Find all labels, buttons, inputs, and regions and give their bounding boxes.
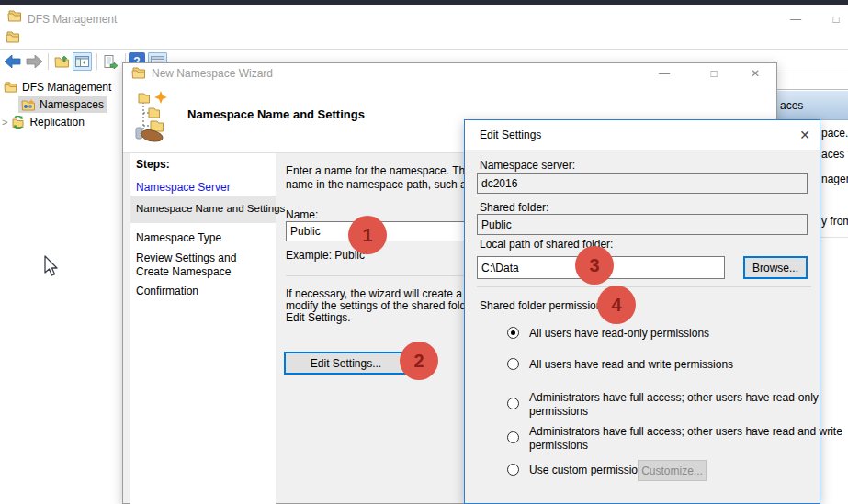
wizard-close-button[interactable]: ✕ (745, 65, 765, 82)
action-link-partial[interactable]: y from (821, 215, 848, 228)
dfs-management-screen: DFS Management — □ File Action View Wind… (0, 0, 848, 504)
namespace-wizard-icon (135, 91, 172, 142)
dfs-folders-icon (4, 81, 18, 94)
annotation-step-1: 1 (348, 216, 387, 254)
radio-read-write-label[interactable]: All users have read and write permission… (529, 358, 848, 372)
radio-read-only[interactable] (507, 327, 519, 339)
tree-item-replication[interactable]: > Replication (2, 114, 85, 130)
namespaces-icon (21, 98, 36, 111)
mouse-cursor (44, 255, 59, 277)
action-link-partial[interactable]: aces t (821, 148, 848, 161)
tree-item-label: Replication (29, 116, 84, 129)
step-confirmation: Confirmation (136, 285, 198, 297)
permissions-label: Shared folder permissions: (480, 299, 611, 312)
example-text: Example: Public (286, 249, 365, 262)
radio-admin-full-others-read-label[interactable]: Administrators have full access; other u… (529, 391, 848, 419)
action-link-partial[interactable]: pace... (821, 127, 848, 140)
radio-custom-permissions[interactable] (507, 464, 519, 476)
browse-button[interactable]: Browse... (743, 256, 808, 279)
toolbar-separator (96, 53, 97, 70)
shared-folder-input (477, 214, 808, 235)
radio-selected-dot (511, 330, 515, 335)
edit-settings-dialog: Edit Settings ✕ Namespace server: Shared… (464, 119, 820, 504)
edit-settings-close-button[interactable]: ✕ (796, 127, 814, 143)
expand-chevron-icon[interactable]: > (2, 117, 7, 128)
tree-item-label: DFS Management (22, 81, 111, 94)
radio-admin-full-others-write-label[interactable]: Administrators have full access; other u… (529, 425, 848, 453)
back-button[interactable] (4, 52, 22, 71)
step-namespace-type: Namespace Type (136, 231, 221, 244)
export-list-button[interactable] (101, 52, 119, 71)
step-namespace-server[interactable]: Namespace Server (136, 181, 231, 194)
dfs-app-icon (7, 9, 23, 23)
menu-bar: File Action View Window Help (0, 28, 848, 49)
action-link-partial[interactable]: nagen (821, 173, 848, 185)
wizard-minimize-button[interactable]: — (654, 65, 674, 82)
annotation-step-2: 2 (400, 342, 438, 380)
annotation-step-3: 3 (575, 246, 614, 285)
console-folder-icon (6, 30, 21, 44)
wizard-title: New Namespace Wizard (152, 67, 273, 80)
divider (777, 89, 848, 90)
replication-icon (11, 116, 26, 129)
window-title: DFS Management (28, 13, 117, 26)
radio-read-only-label[interactable]: All users have read-only permissions (529, 327, 848, 341)
customize-button: Customize... (638, 460, 707, 481)
divider (477, 286, 811, 287)
up-level-button[interactable] (52, 52, 71, 71)
wizard-note-line3: Edit Settings. (286, 312, 351, 324)
edit-settings-titlebar: Edit Settings ✕ (465, 120, 820, 150)
tree-item-label: Namespaces (40, 98, 104, 111)
show-console-tree-button[interactable] (73, 52, 92, 71)
wizard-intro-line1: Enter a name for the namespace. This na (286, 164, 489, 178)
maximize-button[interactable]: □ (826, 11, 846, 28)
console-tree-pane: DFS Management Namespaces > Replication (0, 73, 119, 504)
wizard-maximize-button[interactable]: □ (704, 65, 724, 82)
console-tree-icon (75, 56, 89, 67)
steps-label: Steps: (136, 158, 170, 171)
edit-settings-button[interactable]: Edit Settings... (284, 352, 408, 375)
divider (820, 237, 848, 238)
tree-item-namespaces[interactable]: Namespaces (18, 96, 107, 113)
wizard-intro-line2: name in the namespace path, such as \\ (286, 178, 481, 192)
back-arrow-icon (5, 55, 21, 68)
forward-arrow-icon (26, 55, 42, 68)
forward-button[interactable] (25, 52, 43, 71)
step-namespace-name-settings: Namespace Name and Settings (136, 203, 285, 214)
wizard-app-icon (131, 66, 147, 80)
radio-read-write[interactable] (507, 358, 519, 370)
name-label: Name: (286, 208, 318, 221)
result-pane-header: aces (777, 91, 848, 120)
annotation-step-4: 4 (597, 286, 636, 324)
main-titlebar: DFS Management — □ (0, 5, 848, 28)
wizard-titlebar: New Namespace Wizard — □ ✕ (123, 63, 776, 84)
radio-admin-full-others-read[interactable] (507, 398, 519, 409)
edit-settings-title: Edit Settings (480, 129, 541, 141)
shared-folder-label: Shared folder: (480, 201, 548, 214)
namespace-server-input (477, 173, 808, 194)
namespace-server-label: Namespace server: (480, 159, 575, 172)
export-list-icon (104, 55, 118, 69)
folder-up-icon (54, 55, 70, 69)
minimize-button[interactable]: — (786, 11, 806, 28)
toolbar-separator (48, 53, 49, 70)
tree-item-dfs-management[interactable]: DFS Management (4, 79, 111, 95)
step-review-settings: Review Settings and Create Namespace (136, 252, 266, 279)
result-pane-header-label: aces (780, 99, 803, 112)
wizard-heading: Namespace Name and Settings (187, 107, 365, 121)
radio-admin-full-others-write[interactable] (507, 431, 519, 443)
